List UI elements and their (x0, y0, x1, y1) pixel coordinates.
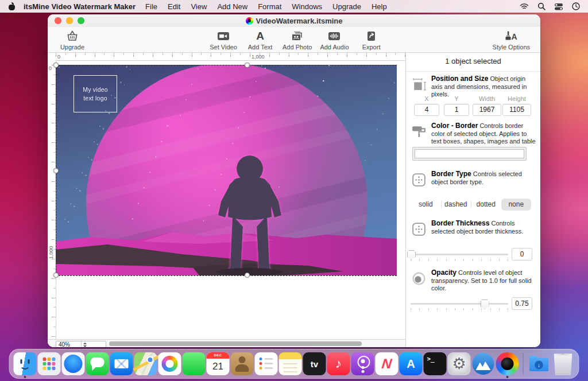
terminal-dock-icon[interactable]: >_ (424, 352, 447, 375)
menubar-app-name[interactable]: itsMine Video Watermark Maker (24, 2, 136, 11)
border-color-well[interactable] (412, 147, 527, 161)
app-window: VideoWatermark.itsmine Upgrade Set Video… (48, 14, 540, 347)
border-type-dashed[interactable]: dashed (441, 199, 471, 211)
appstore-dock-icon[interactable]: A (400, 352, 423, 375)
menu-help[interactable]: Help (366, 2, 392, 11)
selection-status: 1 object selected (406, 53, 540, 72)
contacts-dock-icon[interactable] (231, 352, 254, 375)
zoom-level-control[interactable]: 40% (56, 341, 106, 347)
add-audio-button[interactable]: Add Audio (320, 29, 349, 50)
finder-dock-icon[interactable] (14, 352, 37, 375)
music-dock-icon[interactable]: ♪ (327, 352, 350, 375)
add-photo-button[interactable]: Add Photo (283, 29, 312, 50)
window-title-bar[interactable]: VideoWatermark.itsmine (48, 14, 540, 27)
selection-handle-top-center[interactable] (245, 63, 250, 68)
mail-dock-icon[interactable] (110, 352, 133, 375)
add-text-button[interactable]: AAdd Text (246, 29, 274, 50)
zoom-stepper-icon[interactable] (81, 341, 106, 347)
messages-dock-icon[interactable] (86, 352, 109, 375)
border-type-solid[interactable]: solid (411, 199, 441, 211)
selection-handle-bottom-center[interactable] (245, 273, 250, 278)
style-brush-icon: A (504, 29, 519, 43)
border-type-icon (411, 172, 427, 188)
downloads-dock-icon[interactable] (528, 352, 551, 375)
text-icon: A (253, 29, 268, 43)
inspector-panel: 1 object selected Position and Size Obje… (405, 53, 540, 347)
border-type-segmented-control: soliddasheddottednone (411, 199, 531, 211)
audio-icon (327, 29, 342, 43)
field-height: Height1105 (502, 95, 531, 116)
selection-handle-bottom-left[interactable] (53, 273, 59, 278)
photos-dock-icon[interactable] (158, 352, 181, 375)
photo-icon (290, 29, 305, 43)
menu-edit[interactable]: Edit (163, 2, 185, 11)
menu-upgrade[interactable]: Upgrade (327, 2, 366, 11)
selection-handle-top-left[interactable] (53, 63, 59, 68)
trash-dock-icon[interactable] (552, 352, 575, 375)
menu-windows[interactable]: Windows (287, 2, 327, 11)
border-type-none[interactable]: none (501, 199, 532, 211)
video-canvas[interactable]: My video text logo (56, 65, 397, 275)
clock-icon[interactable] (572, 2, 580, 10)
facetime-dock-icon[interactable] (183, 352, 206, 375)
maps-dock-icon[interactable] (134, 352, 157, 375)
field-y: Y1 (444, 95, 469, 116)
menu-add-new[interactable]: Add New (212, 2, 253, 11)
field-x: X4 (414, 95, 439, 116)
horizontal-scrollbar[interactable] (109, 341, 362, 346)
document-icon (246, 17, 253, 25)
wifi-icon[interactable] (520, 3, 529, 10)
svg-text:A: A (256, 30, 264, 42)
style-options-button[interactable]: A Style Options (493, 29, 530, 50)
border-thickness-text: Border Thickness Controls selected objec… (431, 220, 536, 235)
window-title: VideoWatermark.itsmine (48, 14, 540, 27)
toolbar: Upgrade Set VideoAAdd TextAdd PhotoAdd A… (48, 27, 540, 53)
safari-dock-icon[interactable] (62, 352, 85, 375)
border-thickness-value[interactable]: 0 (512, 248, 532, 261)
settings-dock-icon[interactable]: ⚙ (448, 352, 471, 375)
border-thickness-icon (411, 221, 427, 237)
dock: DEC21tv♪NA>_⚙ (9, 349, 579, 379)
position-size-icon (411, 77, 427, 92)
export-icon (364, 29, 379, 43)
toolbar-center-group: Set VideoAAdd TextAdd PhotoAdd AudioExpo… (140, 29, 386, 50)
notes-dock-icon[interactable] (279, 352, 302, 375)
menu-items: FileEditViewAdd NewFormatWindowsUpgradeH… (140, 2, 392, 11)
calendar-dock-icon[interactable]: DEC21 (207, 352, 230, 375)
tv-dock-icon[interactable]: tv (303, 352, 326, 375)
opacity-icon (411, 271, 427, 286)
running-indicator (24, 376, 26, 378)
border-type-dotted[interactable]: dotted (471, 199, 501, 211)
opacity-value[interactable]: 0.75 (512, 297, 532, 310)
paint-roller-icon (411, 124, 427, 139)
news-dock-icon[interactable]: N (376, 352, 399, 375)
podcasts-dock-icon[interactable] (351, 352, 374, 375)
reminders-dock-icon[interactable] (255, 352, 278, 375)
canvas-bottom-bar: 40% (48, 339, 405, 347)
running-indicator (506, 376, 509, 378)
launchpad-dock-icon[interactable] (38, 352, 61, 375)
control-center-icon[interactable] (554, 3, 563, 10)
menu-file[interactable]: File (140, 2, 163, 11)
menu-view[interactable]: View (185, 2, 212, 11)
search-icon[interactable] (537, 2, 546, 10)
horizontal-ruler: 0 1,000 (56, 53, 405, 61)
selection-handle-left-middle[interactable] (53, 168, 59, 173)
field-width: Width1967 (473, 95, 501, 116)
colorsync-dock-icon[interactable] (496, 352, 519, 375)
itsmine-dock-icon[interactable] (472, 352, 495, 375)
upgrade-button[interactable]: Upgrade (58, 29, 87, 50)
basket-icon (65, 29, 80, 43)
desktop-wallpaper: itsMine Video Watermark Maker FileEditVi… (0, 0, 588, 381)
opacity-slider[interactable] (411, 303, 508, 305)
border-thickness-slider[interactable] (411, 254, 508, 255)
menu-format[interactable]: Format (253, 2, 287, 11)
set-video-button[interactable]: Set Video (209, 29, 238, 50)
watermark-text-box[interactable]: My video text logo (74, 75, 117, 112)
ruler-corner (48, 53, 56, 61)
border-type-text: Border Type Controls selected object bor… (431, 170, 536, 186)
dock-divider (523, 353, 524, 375)
apple-menu-icon[interactable] (8, 3, 16, 10)
export-button[interactable]: Export (357, 29, 386, 50)
video-icon (216, 29, 231, 43)
